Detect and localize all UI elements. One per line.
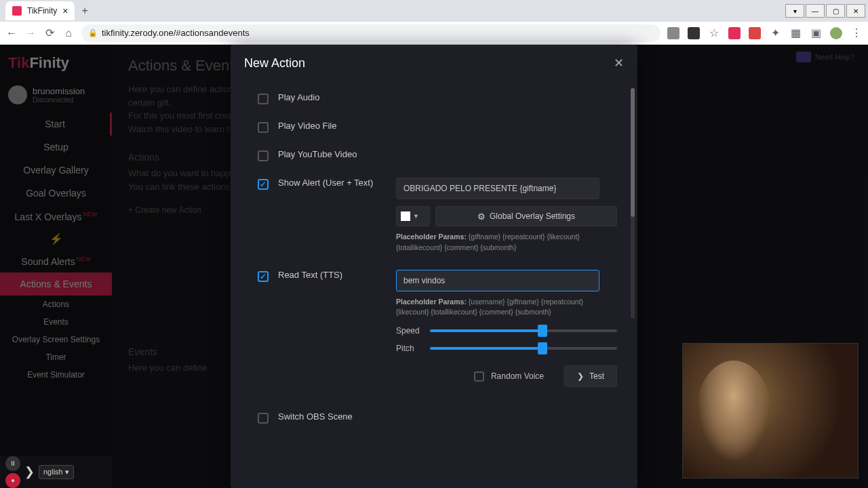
new-action-modal: New Action ✕ Play Audio Play Video File … xyxy=(231,45,637,488)
color-swatch xyxy=(401,211,410,221)
option-show-alert: Show Alert (User + Text) ▼ ⚙ Global Over… xyxy=(258,169,637,262)
tts-text-input[interactable] xyxy=(396,270,599,291)
modal-header: New Action ✕ xyxy=(231,45,637,81)
alert-text-input[interactable] xyxy=(396,178,599,199)
ext-icon-3[interactable] xyxy=(728,27,741,39)
back-button[interactable]: ← xyxy=(5,27,18,39)
ext-icon-2[interactable] xyxy=(688,27,700,39)
speed-slider[interactable] xyxy=(430,329,617,332)
speed-slider-row: Speed xyxy=(396,326,617,336)
address-bar[interactable]: 🔒 tikfinity.zerody.one/#actionsandevents xyxy=(81,24,660,42)
label-play-audio: Play Audio xyxy=(278,92,387,102)
caret-down-icon: ▼ xyxy=(413,213,419,220)
checkbox-switch-obs[interactable] xyxy=(258,413,269,424)
option-play-youtube: Play YouTube Video xyxy=(258,141,637,169)
option-switch-obs: Switch OBS Scene xyxy=(258,403,637,432)
tts-placeholder-hint: Placeholder Params: {username} {giftname… xyxy=(396,297,617,319)
option-read-text: Read Text (TTS) Placeholder Params: {use… xyxy=(258,262,637,396)
window-maximize[interactable]: ▢ xyxy=(826,4,845,18)
label-play-youtube: Play YouTube Video xyxy=(278,149,387,159)
profile-avatar-icon[interactable] xyxy=(830,27,842,39)
window-minimize[interactable]: ▾ xyxy=(785,4,804,18)
extension-icons: ☆ ✦ ▦ ▣ ⋮ xyxy=(667,27,863,39)
checkbox-play-youtube[interactable] xyxy=(258,150,269,161)
test-button[interactable]: ❯ Test xyxy=(564,365,617,387)
label-switch-obs: Switch OBS Scene xyxy=(278,411,387,422)
option-play-video: Play Video File xyxy=(258,113,637,141)
webcam-overlay xyxy=(682,343,859,479)
ext-star-icon[interactable]: ☆ xyxy=(708,27,720,39)
pitch-slider-row: Pitch xyxy=(396,344,617,353)
browser-toolbar: ← → ⟳ ⌂ 🔒 tikfinity.zerody.one/#actionsa… xyxy=(0,22,868,45)
global-overlay-settings-button[interactable]: ⚙ Global Overlay Settings xyxy=(435,206,617,226)
checkbox-play-audio[interactable] xyxy=(258,94,269,104)
label-play-video: Play Video File xyxy=(278,121,387,131)
window-minimize2[interactable]: — xyxy=(806,4,825,18)
random-voice-label: Random Voice xyxy=(491,371,544,381)
option-play-audio: Play Audio xyxy=(258,84,637,113)
window-controls: ▾ — ▢ ✕ xyxy=(785,4,868,18)
browser-tabstrip: TikFinity × + ▾ — ▢ ✕ xyxy=(0,0,868,22)
reload-button[interactable]: ⟳ xyxy=(43,27,56,39)
app-root: TikFinity brunomission Disconnected Star… xyxy=(0,45,868,488)
gear-icon: ⚙ xyxy=(477,211,486,222)
forward-button[interactable]: → xyxy=(24,27,37,39)
modal-close-button[interactable]: ✕ xyxy=(614,56,624,70)
browser-tab[interactable]: TikFinity × xyxy=(5,1,75,20)
alert-placeholder-hint: Placeholder Params: {giftname} {repeatco… xyxy=(396,232,617,253)
menu-icon[interactable]: ⋮ xyxy=(850,27,863,39)
chevron-right-icon: ❯ xyxy=(577,371,584,381)
pause-button[interactable]: ⏸ xyxy=(5,456,20,471)
tab-close-icon[interactable]: × xyxy=(62,5,68,16)
reading-list-icon[interactable]: ▦ xyxy=(789,27,802,39)
lock-icon: 🔒 xyxy=(88,28,98,37)
pitch-label: Pitch xyxy=(396,344,423,353)
speed-label: Speed xyxy=(396,326,423,336)
language-selector[interactable]: nglish ▾ xyxy=(39,465,74,479)
ext-icon-4[interactable] xyxy=(749,27,761,39)
new-tab-button[interactable]: + xyxy=(81,5,87,17)
label-show-alert: Show Alert (User + Text) xyxy=(278,178,387,188)
extensions-icon[interactable]: ✦ xyxy=(769,27,781,39)
modal-scrollbar[interactable] xyxy=(631,88,635,319)
tab-favicon xyxy=(12,6,22,16)
random-voice-checkbox[interactable] xyxy=(474,371,484,382)
checkbox-play-video[interactable] xyxy=(258,122,269,133)
alert-color-picker[interactable]: ▼ xyxy=(396,206,430,226)
next-button[interactable]: ❯ xyxy=(24,464,35,479)
ext-icon-1[interactable] xyxy=(667,27,679,39)
checkbox-read-text[interactable] xyxy=(258,271,269,282)
pitch-slider[interactable] xyxy=(430,347,617,350)
checkbox-show-alert[interactable] xyxy=(258,179,269,190)
modal-body: Play Audio Play Video File Play YouTube … xyxy=(231,81,637,488)
tab-title: TikFinity xyxy=(27,6,57,16)
url-text: tikfinity.zerody.one/#actionsandevents xyxy=(102,28,250,38)
window-close[interactable]: ✕ xyxy=(846,4,865,18)
side-panel-icon[interactable]: ▣ xyxy=(810,27,822,39)
bottom-controls: ⏸ ● ❯ nglish ▾ xyxy=(0,455,112,488)
label-read-text: Read Text (TTS) xyxy=(278,270,387,280)
modal-title: New Action xyxy=(244,56,305,70)
record-button[interactable]: ● xyxy=(5,473,20,488)
home-button[interactable]: ⌂ xyxy=(62,27,75,39)
